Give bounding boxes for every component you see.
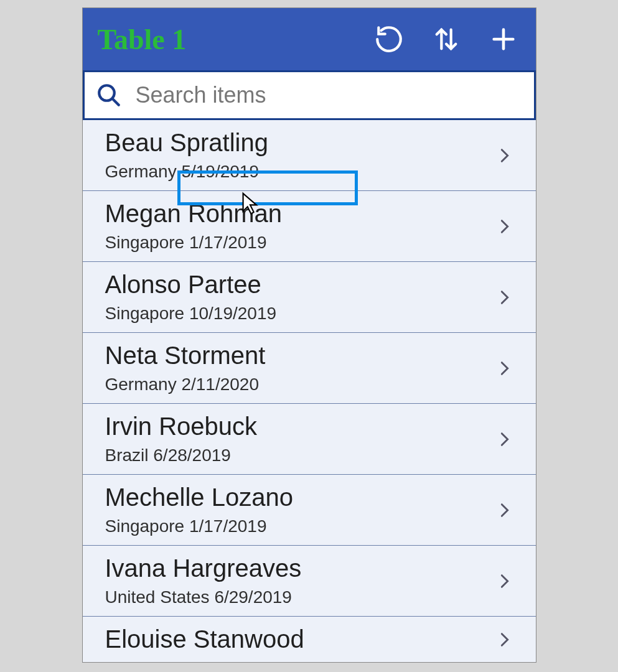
list-item-sub: Germany 5/19/2019	[105, 162, 496, 182]
list-item-sub: Singapore 1/17/2019	[105, 233, 496, 253]
list-item-text: Beau Spratling Germany 5/19/2019	[105, 129, 496, 182]
list-item-sub: United States 6/29/2019	[105, 587, 496, 607]
sort-icon	[432, 25, 461, 54]
list-item[interactable]: Alonso Partee Singapore 10/19/2019	[83, 262, 536, 333]
list-item-sub: Singapore 10/19/2019	[105, 304, 496, 324]
chevron-right-icon	[496, 567, 513, 595]
list-item-text: Elouise Stanwood	[105, 625, 496, 653]
list-item[interactable]: Mechelle Lozano Singapore 1/17/2019	[83, 475, 536, 546]
list-item-text: Ivana Hargreaves United States 6/29/2019	[105, 554, 496, 607]
table-title: Table 1	[98, 23, 372, 56]
chevron-right-icon	[496, 213, 513, 240]
list-item[interactable]: Megan Rohman Singapore 1/17/2019	[83, 191, 536, 262]
sort-button[interactable]	[429, 22, 464, 57]
plus-icon	[489, 25, 518, 54]
search-icon	[96, 82, 122, 108]
chevron-right-icon	[496, 497, 513, 524]
chevron-right-icon	[496, 355, 513, 382]
chevron-right-icon	[496, 284, 513, 311]
chevron-right-icon	[496, 426, 513, 453]
list-item[interactable]: Neta Storment Germany 2/11/2020	[83, 333, 536, 404]
table-app: Table 1	[82, 7, 536, 663]
list-item-sub: Singapore 1/17/2019	[105, 516, 496, 536]
svg-line-5	[112, 98, 119, 105]
list-item-sub: Germany 2/11/2020	[105, 375, 496, 394]
search-bar[interactable]	[83, 70, 536, 120]
list-item-text: Neta Storment Germany 2/11/2020	[105, 342, 496, 394]
list-item-name: Megan Rohman	[105, 200, 496, 228]
item-list: Beau Spratling Germany 5/19/2019 Megan R…	[83, 120, 536, 662]
list-item-name: Alonso Partee	[105, 271, 496, 299]
list-item-sub: Brazil 6/28/2019	[105, 446, 496, 465]
chevron-right-icon	[496, 142, 513, 169]
list-item-text: Mechelle Lozano Singapore 1/17/2019	[105, 483, 496, 536]
list-item-text: Irvin Roebuck Brazil 6/28/2019	[105, 413, 496, 465]
refresh-button[interactable]	[372, 22, 406, 57]
list-item-name: Beau Spratling	[105, 129, 496, 157]
list-item-name: Irvin Roebuck	[105, 413, 496, 441]
list-item-text: Alonso Partee Singapore 10/19/2019	[105, 271, 496, 324]
list-item-name: Neta Storment	[105, 342, 496, 370]
search-input[interactable]	[136, 82, 523, 108]
refresh-icon	[373, 24, 405, 55]
list-item[interactable]: Beau Spratling Germany 5/19/2019	[83, 120, 536, 191]
list-item-name: Mechelle Lozano	[105, 483, 496, 511]
list-item-text: Megan Rohman Singapore 1/17/2019	[105, 200, 496, 253]
list-item[interactable]: Irvin Roebuck Brazil 6/28/2019	[83, 404, 536, 475]
list-item-name: Elouise Stanwood	[105, 625, 496, 653]
list-item[interactable]: Ivana Hargreaves United States 6/29/2019	[83, 546, 536, 617]
header-bar: Table 1	[83, 8, 536, 70]
chevron-right-icon	[496, 626, 513, 653]
list-item-name: Ivana Hargreaves	[105, 554, 496, 582]
add-button[interactable]	[486, 22, 521, 57]
header-actions	[372, 22, 521, 57]
list-item[interactable]: Elouise Stanwood	[83, 617, 536, 662]
